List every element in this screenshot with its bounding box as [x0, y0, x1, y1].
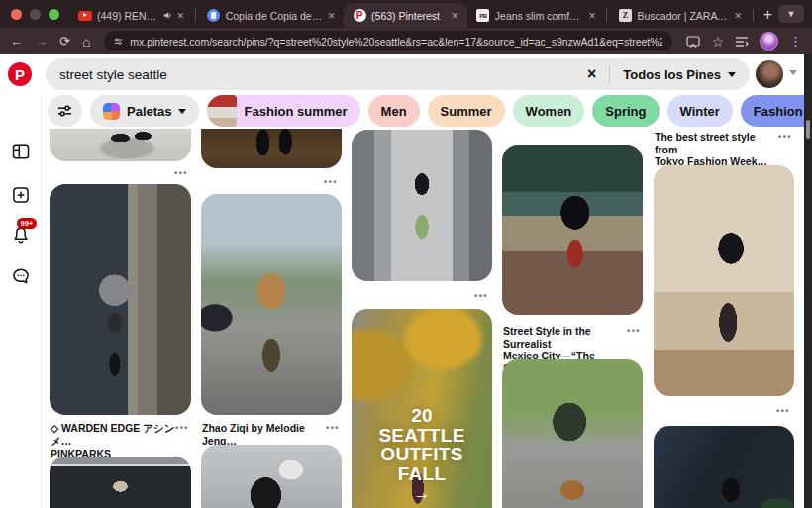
search-input[interactable]: street style seattle × Todos los Pines: [46, 58, 750, 90]
profile-avatar[interactable]: [756, 60, 783, 88]
pin-image-shoes-pavement[interactable]: [50, 129, 191, 161]
chip-spring[interactable]: Spring: [592, 95, 659, 127]
pin-caption[interactable]: The best street style from Tokyo Fashion…: [655, 131, 794, 168]
bookmark-star-icon[interactable]: ☆: [711, 35, 724, 49]
notifications-badge: 99+: [17, 218, 37, 229]
clear-search-icon[interactable]: ×: [587, 66, 596, 82]
home-button[interactable]: ⌂: [82, 35, 90, 49]
zara-icon: Z: [618, 9, 632, 23]
scope-selector[interactable]: Todos los Pines: [623, 67, 721, 82]
chip-men[interactable]: Men: [368, 95, 420, 127]
scrollbar-track[interactable]: [804, 54, 812, 508]
new-tab-button[interactable]: +: [763, 6, 772, 24]
back-button[interactable]: ←: [10, 35, 23, 48]
reading-list-icon[interactable]: [735, 36, 749, 48]
more-options-button[interactable]: [778, 133, 792, 142]
pin-image-seattle-outfits-fall[interactable]: 20 SEATTLE OUTFITS FALL →: [352, 309, 492, 508]
more-options-button[interactable]: [474, 292, 488, 301]
tab-close-icon[interactable]: ×: [735, 10, 742, 22]
tab-close-icon[interactable]: ×: [588, 10, 595, 22]
url-text: mx.pinterest.com/search/pins/?q=street%2…: [130, 36, 662, 48]
more-options-button[interactable]: [324, 178, 338, 187]
window-controls: [0, 0, 69, 28]
more-options-button[interactable]: [174, 169, 188, 178]
arrow-right-icon: →: [352, 484, 492, 504]
browser-tab-pullandbear[interactable]: PB Jeans slim comfort - PULL&B ×: [467, 3, 605, 28]
docs-icon: [207, 9, 221, 23]
pullandbear-icon: PB: [476, 9, 490, 23]
messages-icon[interactable]: [11, 266, 31, 286]
tab-search-chevron-icon[interactable]: ▼: [778, 5, 804, 23]
browser-tab-pinterest[interactable]: P (563) Pinterest ×: [344, 3, 467, 28]
home-icon[interactable]: [11, 142, 31, 161]
browser-tab-youtube[interactable]: (449) REN-NACIMIENTO ×: [69, 3, 193, 28]
tab-close-icon[interactable]: ×: [177, 10, 184, 22]
youtube-icon: [78, 9, 92, 23]
pin-title[interactable]: Zhao Ziqi by Melodie Jeng…: [202, 422, 342, 447]
browser-tab-docs[interactable]: Copia de Copia de Copia de C ×: [198, 3, 344, 28]
pinterest-page: street style seattle × Todos los Pines 9…: [0, 54, 812, 508]
chip-fashion-winter[interactable]: Fashion winter: [741, 95, 804, 127]
search-value: street style seattle: [59, 67, 167, 82]
more-options-button[interactable]: [175, 424, 189, 433]
pin-image-window-sunglasses[interactable]: [50, 457, 191, 508]
browser-profile-avatar[interactable]: [760, 32, 778, 51]
tab-strip: (449) REN-NACIMIENTO × Copia de Copia de…: [0, 0, 812, 28]
pin-overlay-title: 20 SEATTLE OUTFITS FALL: [352, 406, 492, 483]
tab-separator: [606, 9, 607, 22]
tab-separator: [753, 9, 754, 22]
account-chevron-icon[interactable]: [789, 70, 797, 75]
chip-winter[interactable]: Winter: [667, 95, 733, 127]
pinterest-favicon: P: [353, 9, 366, 23]
chip-women[interactable]: Women: [513, 95, 585, 127]
search-divider: [609, 65, 610, 83]
pin-title[interactable]: ◇ WARDEN EDGE アシンメ…: [51, 422, 191, 447]
pin-image-street-tan-jacket[interactable]: [201, 194, 342, 415]
chip-thumbnail-image: [207, 95, 237, 127]
pin-image-leather-jacket-stairwell[interactable]: [654, 165, 794, 396]
send-to-device-icon[interactable]: [686, 36, 700, 48]
pin-image-newspaper-portrait[interactable]: [201, 445, 342, 508]
browser-window: (449) REN-NACIMIENTO × Copia de Copia de…: [0, 0, 812, 508]
pin-image-fountain-red-skirt[interactable]: [502, 145, 643, 315]
pin-title[interactable]: The best street style from Tokyo Fashion…: [655, 131, 794, 168]
chevron-down-icon: [178, 109, 186, 114]
palette-icon: [103, 103, 120, 120]
paletas-dropdown[interactable]: Paletas: [90, 95, 199, 127]
sliders-icon: [57, 104, 72, 118]
pin-image-mall-leather-jacket[interactable]: [352, 130, 492, 281]
create-icon[interactable]: [11, 185, 31, 205]
scrollbar-thumb[interactable]: [806, 120, 810, 139]
zoom-window-button[interactable]: [49, 9, 59, 20]
pin-image-gray-sweater-door[interactable]: [50, 184, 191, 415]
more-options-button[interactable]: [776, 407, 790, 416]
pinterest-logo[interactable]: [8, 62, 32, 86]
tab-audio-icon[interactable]: [163, 11, 172, 20]
reload-button[interactable]: ⟳: [59, 35, 70, 48]
filters-button[interactable]: [48, 95, 82, 127]
tab-separator: [195, 9, 196, 22]
menu-kebab-icon[interactable]: ⋮: [789, 35, 802, 48]
url-bar[interactable]: mx.pinterest.com/search/pins/?q=street%2…: [104, 31, 672, 51]
more-options-button[interactable]: [627, 327, 641, 336]
pin-image-green-hoodie[interactable]: [502, 359, 643, 508]
forward-button[interactable]: →: [35, 35, 48, 48]
tab-close-icon[interactable]: ×: [328, 10, 335, 22]
tab-close-icon[interactable]: ×: [452, 10, 458, 22]
minimize-window-button[interactable]: [30, 9, 41, 20]
close-window-button[interactable]: [11, 9, 22, 20]
filter-chip-row: Paletas Fashion summer Men Summer Women …: [48, 95, 804, 127]
pin-image-black-boots[interactable]: [201, 129, 342, 168]
browser-toolbar: ← → ⟳ ⌂ mx.pinterest.com/search/pins/?q=…: [0, 28, 812, 54]
site-info-icon[interactable]: [114, 36, 123, 47]
more-options-button[interactable]: [326, 424, 340, 433]
pin-caption[interactable]: Zhao Ziqi by Melodie Jeng…: [202, 422, 342, 447]
browser-tab-zara[interactable]: Z Buscador | ZARA Mexico ×: [609, 3, 750, 28]
left-sidebar: 99+: [0, 94, 42, 508]
chip-fashion-summer[interactable]: Fashion summer: [207, 95, 360, 127]
pin-image-dark-wall-portrait[interactable]: [654, 426, 794, 508]
chip-summer[interactable]: Summer: [428, 95, 505, 127]
tabs: (449) REN-NACIMIENTO × Copia de Copia de…: [69, 0, 778, 28]
chevron-down-icon[interactable]: [728, 72, 736, 77]
pin-caption[interactable]: ◇ WARDEN EDGE アシンメ… PINKPARKS: [51, 422, 191, 460]
